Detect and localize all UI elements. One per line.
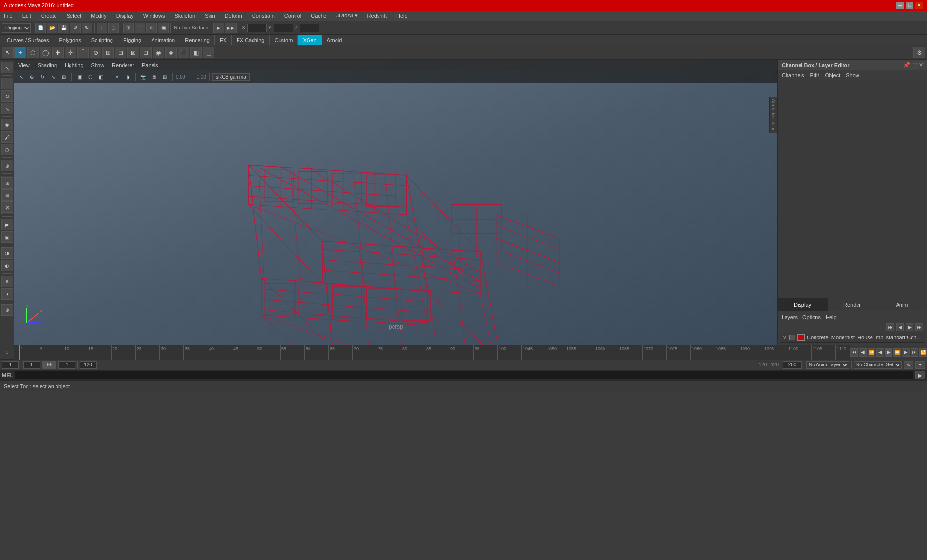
new-file-button[interactable]: 📄	[35, 23, 46, 33]
tab-rigging[interactable]: Rigging	[118, 35, 146, 45]
tab-custom[interactable]: Custom	[270, 35, 298, 45]
current-frame-input[interactable]: 1	[2, 361, 19, 369]
vp-camera-btn[interactable]: 📷	[139, 72, 148, 82]
vp-scale-btn[interactable]: ⤡	[48, 72, 58, 82]
tool1-icon[interactable]: ⊞	[102, 47, 114, 58]
loop-btn[interactable]: 🔁	[919, 348, 927, 357]
render-seq-button[interactable]: ▶▶	[225, 23, 237, 33]
tab-fx[interactable]: FX	[215, 35, 232, 45]
anim-frame-input[interactable]: 1	[23, 361, 40, 369]
menu-control[interactable]: Control	[282, 12, 303, 20]
menu-cache[interactable]: Cache	[309, 12, 328, 20]
lasso-button[interactable]: ◌	[108, 23, 119, 33]
range-end-input[interactable]: 120	[80, 361, 97, 369]
settings-icon[interactable]: ⚙	[913, 47, 925, 58]
prev-frame-btn[interactable]: ◀	[859, 348, 867, 357]
mel-input[interactable]	[15, 371, 913, 379]
group-btn3[interactable]: ⊠	[1, 201, 13, 213]
playback-end-input[interactable]: 200	[783, 361, 802, 369]
go-end-btn[interactable]: ⏭	[911, 348, 918, 357]
vp-wire-btn[interactable]: ⬡	[85, 72, 95, 82]
prev-key-btn[interactable]: ⏪	[868, 348, 875, 357]
xgen-lt[interactable]: ✦	[1, 288, 13, 300]
select-tool-button[interactable]: ⊹	[97, 23, 107, 33]
menu-edit[interactable]: Edit	[20, 12, 33, 20]
snap-surface-button[interactable]: ▣	[158, 23, 169, 33]
menu-deform[interactable]: Deform	[223, 12, 244, 20]
tool4-icon[interactable]: ⊡	[140, 47, 152, 58]
anim-layer-select[interactable]: No Anim Layer	[806, 361, 849, 369]
tab-rendering[interactable]: Rendering	[180, 35, 215, 45]
cb-menu-object[interactable]: Object	[825, 72, 840, 78]
mel-submit-btn[interactable]: ▶	[915, 371, 925, 379]
scale-lt[interactable]: ⤡	[1, 103, 13, 114]
layer-prev-btn[interactable]: ⏮	[886, 323, 894, 331]
tab-anim[interactable]: Anim	[877, 298, 927, 311]
curve-icon[interactable]: ⌒	[77, 47, 89, 58]
close-button[interactable]: ✕	[915, 2, 923, 9]
cb-menu-show[interactable]: Show	[846, 72, 859, 78]
cb-pin-btn[interactable]: 📌	[903, 62, 910, 68]
layer-fwd-btn[interactable]: ▶	[906, 323, 913, 331]
go-start-btn[interactable]: ⏮	[850, 348, 858, 357]
tool8-icon[interactable]: ◧	[190, 47, 202, 58]
tab-arnold[interactable]: Arnold	[322, 35, 348, 45]
maximize-button[interactable]: □	[906, 2, 913, 9]
cb-menu-edit[interactable]: Edit	[810, 72, 819, 78]
timeline-ruler[interactable]: 1 5 10 15 20 25 30 35 40 45 50 55 60 65 …	[14, 345, 850, 360]
tool5-icon[interactable]: ◉	[153, 47, 164, 58]
next-key-btn[interactable]: ⏩	[893, 348, 901, 357]
select-tool-lt[interactable]: ↖	[1, 62, 13, 73]
render-button[interactable]: ▶	[213, 23, 224, 33]
group-btn2[interactable]: ⊟	[1, 189, 13, 201]
layers-lt[interactable]: ⧖	[1, 276, 13, 287]
vp-texture-btn[interactable]: ◧	[96, 72, 106, 82]
vp-plus-btn[interactable]: +	[186, 72, 196, 82]
vp-shading-btn[interactable]: ▣	[75, 72, 84, 82]
snap-grid-button[interactable]: ⊞	[123, 23, 134, 33]
render-view-lt[interactable]: ▶	[1, 219, 13, 230]
group-btn1[interactable]: ⊞	[1, 177, 13, 189]
options-menu[interactable]: Options	[802, 314, 821, 320]
menu-skeleton[interactable]: Skeleton	[172, 12, 197, 20]
undo-button[interactable]: ↺	[70, 23, 81, 33]
vp-light-btn[interactable]: ☀	[112, 72, 122, 82]
snap-curve-button[interactable]: ⌒	[135, 23, 145, 33]
redo-button[interactable]: ↻	[82, 23, 92, 33]
vp-select-btn[interactable]: ↖	[16, 72, 26, 82]
vp-manip-btn[interactable]: ⊞	[59, 72, 69, 82]
vp-resolution-btn[interactable]: ⊠	[149, 72, 159, 82]
menu-windows[interactable]: Windows	[141, 12, 167, 20]
soft-select-lt[interactable]: ◉	[1, 119, 13, 130]
select-icon[interactable]: ↖	[2, 47, 14, 58]
menu-display[interactable]: Display	[114, 12, 136, 20]
layer-end-btn[interactable]: ⏭	[915, 323, 923, 331]
vp-rotate-btn[interactable]: ↻	[38, 72, 47, 82]
playhead[interactable]	[19, 345, 20, 360]
rotate-lt[interactable]: ↻	[1, 90, 13, 102]
layer-visibility-btn[interactable]: V	[782, 335, 787, 340]
menu-select[interactable]: Select	[65, 12, 84, 20]
move-icon[interactable]: ✛	[65, 47, 76, 58]
menu-redshift[interactable]: Redshift	[365, 12, 389, 20]
circle-icon[interactable]: ◯	[40, 47, 51, 58]
misc-lt[interactable]: ⊕	[1, 304, 13, 316]
viewport[interactable]: View Shading Lighting Show Renderer Pane…	[14, 60, 777, 345]
tab-animation[interactable]: Animation	[146, 35, 180, 45]
tab-curves-surfaces[interactable]: Curves / Surfaces	[2, 35, 54, 45]
play-back-btn[interactable]: ◀	[876, 348, 884, 357]
layer-back-btn[interactable]: ◀	[896, 323, 904, 331]
attribute-editor-tab[interactable]: Attribute Editor	[769, 97, 777, 133]
vp-menu-view[interactable]: View	[16, 62, 32, 68]
tab-fx-caching[interactable]: FX Caching	[232, 35, 269, 45]
tab-xgen[interactable]: XGen	[298, 35, 322, 45]
cb-close-btn[interactable]: ✕	[919, 62, 923, 68]
show-hide-lt[interactable]: ◑	[1, 247, 13, 259]
workspace-selector[interactable]: Rigging	[2, 23, 31, 33]
help-menu[interactable]: Help	[826, 314, 837, 320]
tool3-icon[interactable]: ⊠	[127, 47, 139, 58]
vp-grid-btn[interactable]: ⊞	[160, 72, 169, 82]
snap-point-button[interactable]: ⊕	[146, 23, 157, 33]
transform-lt[interactable]: ↔	[1, 78, 13, 89]
menu-help[interactable]: Help	[394, 12, 409, 20]
